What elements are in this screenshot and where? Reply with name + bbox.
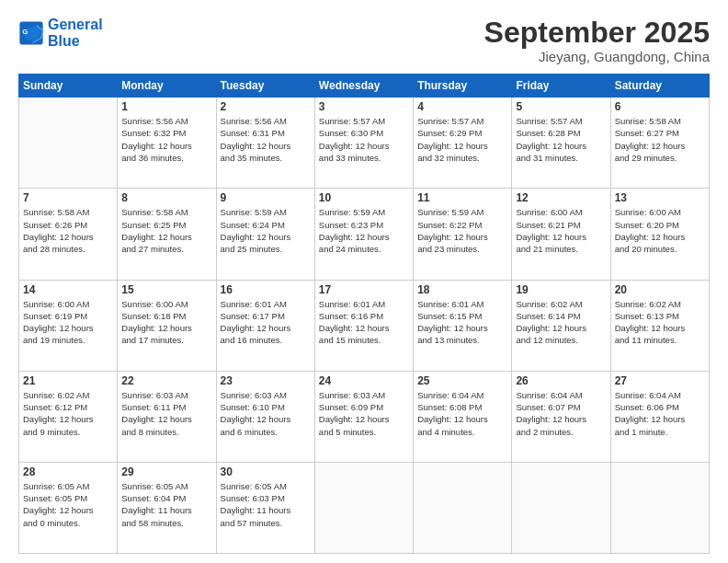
calendar-cell: 13Sunrise: 6:00 AMSunset: 6:20 PMDayligh… [610,189,709,280]
logo-text-general: General [48,17,103,33]
day-number: 22 [121,374,211,387]
day-info: Sunrise: 5:57 AMSunset: 6:30 PMDaylight:… [319,115,409,164]
title-block: September 2025 Jieyang, Guangdong, China [484,17,710,64]
day-info: Sunrise: 6:02 AMSunset: 6:14 PMDaylight:… [516,298,606,347]
page-header: G General Blue September 2025 Jieyang, G… [18,17,710,64]
calendar-cell: 16Sunrise: 6:01 AMSunset: 6:17 PMDayligh… [216,280,314,371]
calendar-cell: 4Sunrise: 5:57 AMSunset: 6:29 PMDaylight… [414,98,512,189]
calendar-cell: 22Sunrise: 6:03 AMSunset: 6:11 PMDayligh… [118,371,216,462]
calendar-cell [610,462,709,553]
calendar-week-row: 7Sunrise: 5:58 AMSunset: 6:26 PMDaylight… [19,189,710,280]
day-number: 11 [417,191,507,204]
day-info: Sunrise: 5:58 AMSunset: 6:27 PMDaylight:… [615,115,705,164]
day-info: Sunrise: 5:57 AMSunset: 6:28 PMDaylight:… [516,115,606,164]
day-number: 15 [121,283,211,296]
day-number: 18 [417,283,507,296]
day-number: 2 [221,100,311,113]
day-number: 13 [615,191,705,204]
logo-icon: G [18,20,44,46]
calendar-subtitle: Jieyang, Guangdong, China [484,49,710,64]
calendar-cell: 18Sunrise: 6:01 AMSunset: 6:15 PMDayligh… [414,280,512,371]
day-info: Sunrise: 6:05 AMSunset: 6:03 PMDaylight:… [221,480,311,529]
day-number: 26 [516,374,606,387]
day-number: 12 [516,191,606,204]
day-number: 17 [319,283,409,296]
calendar-cell: 28Sunrise: 6:05 AMSunset: 6:05 PMDayligh… [19,462,118,553]
day-number: 5 [516,100,606,113]
day-info: Sunrise: 6:04 AMSunset: 6:06 PMDaylight:… [615,389,705,438]
calendar-cell: 3Sunrise: 5:57 AMSunset: 6:30 PMDaylight… [314,98,413,189]
day-info: Sunrise: 6:03 AMSunset: 6:10 PMDaylight:… [221,389,311,438]
calendar-cell: 8Sunrise: 5:58 AMSunset: 6:25 PMDaylight… [118,189,216,280]
calendar-header-wednesday: Wednesday [314,75,413,98]
day-info: Sunrise: 6:00 AMSunset: 6:21 PMDaylight:… [516,206,606,255]
day-info: Sunrise: 6:03 AMSunset: 6:11 PMDaylight:… [121,389,211,438]
calendar-week-row: 28Sunrise: 6:05 AMSunset: 6:05 PMDayligh… [19,462,710,553]
day-number: 1 [121,100,211,113]
calendar-cell: 6Sunrise: 5:58 AMSunset: 6:27 PMDaylight… [610,98,709,189]
calendar-cell [19,98,118,189]
calendar-cell: 26Sunrise: 6:04 AMSunset: 6:07 PMDayligh… [512,371,610,462]
calendar-cell: 24Sunrise: 6:03 AMSunset: 6:09 PMDayligh… [314,371,413,462]
day-number: 16 [221,283,311,296]
day-number: 24 [319,374,409,387]
calendar-cell: 30Sunrise: 6:05 AMSunset: 6:03 PMDayligh… [216,462,314,553]
day-info: Sunrise: 6:05 AMSunset: 6:05 PMDaylight:… [23,480,113,529]
day-info: Sunrise: 6:02 AMSunset: 6:12 PMDaylight:… [23,389,113,438]
calendar-cell: 11Sunrise: 5:59 AMSunset: 6:22 PMDayligh… [414,189,512,280]
day-info: Sunrise: 5:59 AMSunset: 6:23 PMDaylight:… [319,206,409,255]
day-number: 25 [417,374,507,387]
day-info: Sunrise: 5:57 AMSunset: 6:29 PMDaylight:… [417,115,507,164]
calendar-header-friday: Friday [512,75,610,98]
calendar-cell: 9Sunrise: 5:59 AMSunset: 6:24 PMDaylight… [216,189,314,280]
logo: G General Blue [18,17,103,51]
day-info: Sunrise: 6:04 AMSunset: 6:08 PMDaylight:… [417,389,507,438]
day-number: 20 [615,283,705,296]
calendar-week-row: 14Sunrise: 6:00 AMSunset: 6:19 PMDayligh… [19,280,710,371]
calendar-title: September 2025 [484,17,710,49]
calendar-cell: 23Sunrise: 6:03 AMSunset: 6:10 PMDayligh… [216,371,314,462]
calendar-cell: 25Sunrise: 6:04 AMSunset: 6:08 PMDayligh… [414,371,512,462]
day-info: Sunrise: 5:58 AMSunset: 6:26 PMDaylight:… [23,206,113,255]
day-number: 30 [221,465,311,478]
day-info: Sunrise: 5:59 AMSunset: 6:22 PMDaylight:… [417,206,507,255]
calendar-cell [512,462,610,553]
calendar-cell: 29Sunrise: 6:05 AMSunset: 6:04 PMDayligh… [118,462,216,553]
day-info: Sunrise: 6:05 AMSunset: 6:04 PMDaylight:… [121,480,211,529]
calendar-week-row: 21Sunrise: 6:02 AMSunset: 6:12 PMDayligh… [19,371,710,462]
calendar-cell: 20Sunrise: 6:02 AMSunset: 6:13 PMDayligh… [610,280,709,371]
calendar-page: G General Blue September 2025 Jieyang, G… [0,0,728,563]
calendar-cell: 19Sunrise: 6:02 AMSunset: 6:14 PMDayligh… [512,280,610,371]
calendar-cell: 2Sunrise: 5:56 AMSunset: 6:31 PMDaylight… [216,98,314,189]
day-number: 14 [23,283,113,296]
day-info: Sunrise: 6:00 AMSunset: 6:20 PMDaylight:… [615,206,705,255]
calendar-cell: 17Sunrise: 6:01 AMSunset: 6:16 PMDayligh… [314,280,413,371]
day-info: Sunrise: 6:01 AMSunset: 6:15 PMDaylight:… [417,298,507,347]
calendar-cell: 12Sunrise: 6:00 AMSunset: 6:21 PMDayligh… [512,189,610,280]
day-number: 6 [615,100,705,113]
day-info: Sunrise: 5:58 AMSunset: 6:25 PMDaylight:… [121,206,211,255]
calendar-cell: 27Sunrise: 6:04 AMSunset: 6:06 PMDayligh… [610,371,709,462]
day-number: 10 [319,191,409,204]
calendar-cell: 10Sunrise: 5:59 AMSunset: 6:23 PMDayligh… [314,189,413,280]
logo-text-blue: Blue [48,33,103,50]
day-number: 3 [319,100,409,113]
day-info: Sunrise: 6:02 AMSunset: 6:13 PMDaylight:… [615,298,705,347]
calendar-cell: 21Sunrise: 6:02 AMSunset: 6:12 PMDayligh… [19,371,118,462]
day-number: 28 [23,465,113,478]
calendar-header-thursday: Thursday [414,75,512,98]
day-info: Sunrise: 6:03 AMSunset: 6:09 PMDaylight:… [319,389,409,438]
calendar-cell [314,462,413,553]
day-info: Sunrise: 6:00 AMSunset: 6:19 PMDaylight:… [23,298,113,347]
calendar-cell: 7Sunrise: 5:58 AMSunset: 6:26 PMDaylight… [19,189,118,280]
day-info: Sunrise: 5:56 AMSunset: 6:31 PMDaylight:… [221,115,311,164]
calendar-header-tuesday: Tuesday [216,75,314,98]
calendar-cell: 15Sunrise: 6:00 AMSunset: 6:18 PMDayligh… [118,280,216,371]
day-info: Sunrise: 6:00 AMSunset: 6:18 PMDaylight:… [121,298,211,347]
day-info: Sunrise: 5:56 AMSunset: 6:32 PMDaylight:… [121,115,211,164]
calendar-header-sunday: Sunday [19,75,118,98]
calendar-header-saturday: Saturday [610,75,709,98]
day-number: 29 [121,465,211,478]
svg-text:G: G [22,29,28,37]
day-number: 9 [221,191,311,204]
